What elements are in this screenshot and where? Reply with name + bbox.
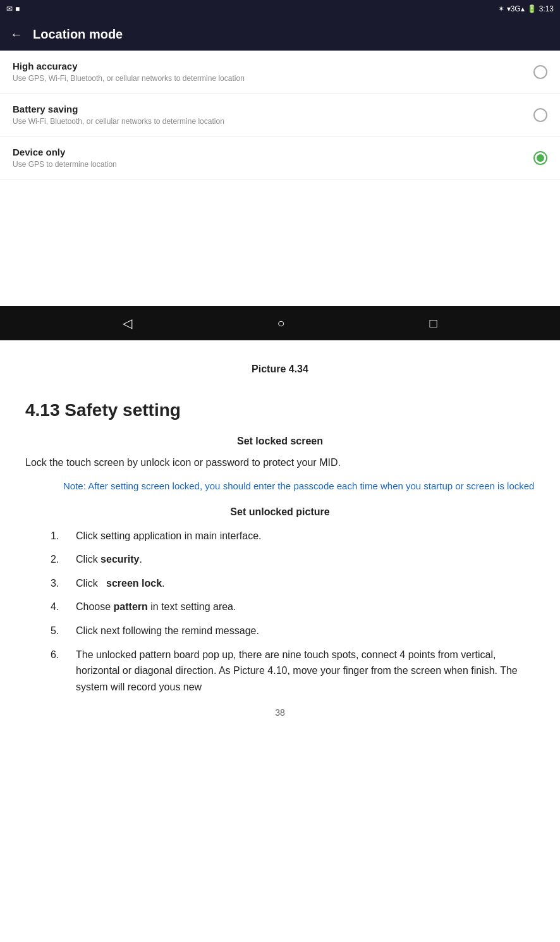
set-locked-screen-body: Lock the touch screen by unlock icon or … xyxy=(25,455,535,471)
home-nav-icon[interactable]: ○ xyxy=(277,316,284,331)
document-content: Picture 4.34 4.13 Safety setting Set loc… xyxy=(0,341,560,749)
battery-saving-option[interactable]: Battery saving Use Wi-Fi, Bluetooth, or … xyxy=(0,94,560,137)
step-4-text: Choose pattern in text setting area. xyxy=(76,599,535,615)
signal-icon: ▾3G▴ xyxy=(507,4,525,13)
recent-nav-icon[interactable]: □ xyxy=(429,316,437,331)
step-6: 6. The unlocked pattern board pop up, th… xyxy=(51,647,535,695)
set-unlocked-picture-heading: Set unlocked picture xyxy=(25,506,535,518)
page-title: Location mode xyxy=(33,27,123,42)
settings-list: High accuracy Use GPS, Wi-Fi, Bluetooth,… xyxy=(0,51,560,180)
battery-icon: 🔋 xyxy=(527,4,537,13)
step-5: 5. Click next following the remind messa… xyxy=(51,623,535,639)
device-only-title: Device only xyxy=(13,147,533,157)
step-1-num: 1. xyxy=(51,528,66,544)
bluetooth-icon: ✶ xyxy=(498,4,504,13)
status-bar: ✉ ■ ✶ ▾3G▴ 🔋 3:13 xyxy=(0,0,560,18)
high-accuracy-text: High accuracy Use GPS, Wi-Fi, Bluetooth,… xyxy=(13,61,533,83)
step-2-bold: security xyxy=(100,554,139,565)
phone-screenshot: ✉ ■ ✶ ▾3G▴ 🔋 3:13 ← Location mode High a… xyxy=(0,0,560,341)
email-icon: ✉ xyxy=(6,4,13,13)
high-accuracy-title: High accuracy xyxy=(13,61,533,71)
clock: 3:13 xyxy=(539,4,554,13)
high-accuracy-option[interactable]: High accuracy Use GPS, Wi-Fi, Bluetooth,… xyxy=(0,51,560,94)
battery-saving-title: Battery saving xyxy=(13,104,533,114)
status-bar-left-icons: ✉ ■ xyxy=(6,4,20,13)
step-2: 2. Click security. xyxy=(51,551,535,568)
battery-saving-text: Battery saving Use Wi-Fi, Bluetooth, or … xyxy=(13,104,533,126)
step-3-text: Click screen lock. xyxy=(76,575,535,592)
set-locked-screen-heading: Set locked screen xyxy=(25,436,535,447)
step-2-num: 2. xyxy=(51,551,66,568)
step-3: 3. Click screen lock. xyxy=(51,575,535,592)
note-text: Note: After setting screen locked, you s… xyxy=(63,479,535,494)
step-1-text: Click setting application in main interf… xyxy=(76,528,535,544)
page-number: 38 xyxy=(25,707,535,724)
step-6-text: The unlocked pattern board pop up, there… xyxy=(76,647,535,695)
nav-bar: ◁ ○ □ xyxy=(0,306,560,340)
step-4: 4. Choose pattern in text setting area. xyxy=(51,599,535,615)
notification-icon: ■ xyxy=(15,4,20,13)
high-accuracy-subtitle: Use GPS, Wi-Fi, Bluetooth, or cellular n… xyxy=(13,74,533,83)
device-only-text: Device only Use GPS to determine locatio… xyxy=(13,147,533,169)
picture-caption: Picture 4.34 xyxy=(25,364,535,375)
empty-content-area xyxy=(0,180,560,306)
section-number: 4.13 xyxy=(25,400,60,420)
step-5-text: Click next following the remind message. xyxy=(76,623,535,639)
device-only-radio[interactable] xyxy=(533,151,547,165)
step-6-num: 6. xyxy=(51,647,66,663)
device-only-subtitle: Use GPS to determine location xyxy=(13,160,533,169)
step-2-text: Click security. xyxy=(76,551,535,568)
step-5-num: 5. xyxy=(51,623,66,639)
section-title: Safety setting xyxy=(64,400,181,420)
top-bar: ← Location mode xyxy=(0,18,560,51)
high-accuracy-radio[interactable] xyxy=(533,65,547,79)
battery-saving-subtitle: Use Wi-Fi, Bluetooth, or cellular networ… xyxy=(13,117,533,126)
device-only-option[interactable]: Device only Use GPS to determine locatio… xyxy=(0,137,560,180)
step-3-num: 3. xyxy=(51,575,66,592)
step-4-num: 4. xyxy=(51,599,66,615)
back-nav-icon[interactable]: ◁ xyxy=(123,315,132,331)
step-4-bold: pattern xyxy=(114,601,148,612)
battery-saving-radio[interactable] xyxy=(533,108,547,122)
step-3-bold: screen lock xyxy=(106,578,162,589)
section-heading: 4.13 Safety setting xyxy=(25,400,535,420)
back-button[interactable]: ← xyxy=(10,27,23,42)
steps-list: 1. Click setting application in main int… xyxy=(51,528,535,695)
step-1: 1. Click setting application in main int… xyxy=(51,528,535,544)
